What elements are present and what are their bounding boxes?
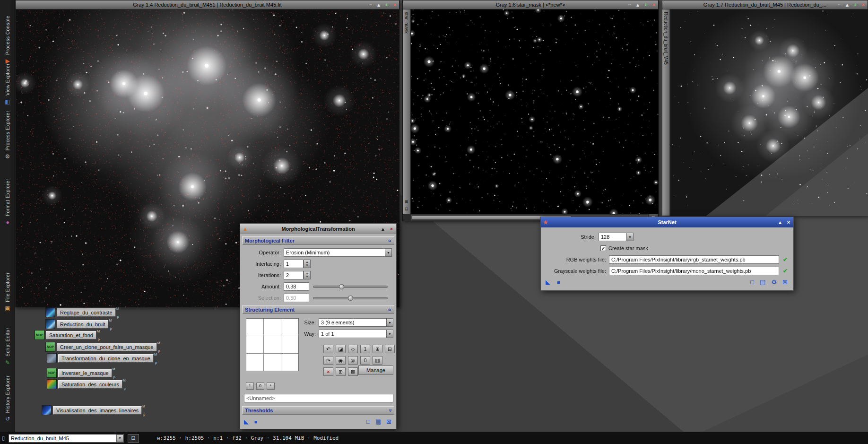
- documentation-icon[interactable]: ▤: [375, 418, 381, 425]
- window-titlebar[interactable]: Gray 1:4 Reduction_du_bruit_M451 | Reduc…: [16, 0, 399, 9]
- stride-select[interactable]: 128 ▼: [599, 233, 634, 241]
- amount-input[interactable]: 0.38: [284, 282, 309, 291]
- dialog-titlebar[interactable]: ★ StarNet ▴ ×: [541, 217, 793, 227]
- operator-select[interactable]: Erosion (Minimum) ▼: [284, 248, 392, 257]
- se-reset-way-icon[interactable]: ⊠: [348, 367, 358, 376]
- se-cell[interactable]: [246, 354, 263, 371]
- dropdown-arrow-icon[interactable]: ▼: [385, 248, 392, 257]
- section-structuring-element[interactable]: Structuring Element «: [242, 305, 394, 314]
- interlacing-input[interactable]: 1: [284, 260, 304, 268]
- edit-preferences-icon[interactable]: ⚙: [771, 279, 777, 286]
- view-selector-tab[interactable]: star_mask ⊞ ⊟: [403, 9, 410, 214]
- se-add-icon[interactable]: ⊞: [373, 345, 382, 353]
- sidebar-item-process-explorer[interactable]: Process Explorer ⚙: [0, 111, 15, 159]
- reset-icon[interactable]: ⊠: [386, 418, 391, 425]
- section-thresholds[interactable]: Thresholds «: [242, 406, 394, 415]
- minimize-icon[interactable]: −: [627, 2, 633, 8]
- sidebar-item-script-editor[interactable]: Script Editor ✎: [0, 328, 15, 366]
- process-icon-creer-un-clone[interactable]: NOP Creer_un_clone_pour_faire_un_masque …: [45, 342, 157, 352]
- iterations-spinner[interactable]: ▲ ▼: [304, 271, 311, 279]
- view-mode-button[interactable]: ⊡: [128, 434, 139, 443]
- reduction-image[interactable]: [670, 9, 868, 216]
- se-cell[interactable]: [281, 354, 298, 371]
- shade-icon[interactable]: ▴: [376, 2, 382, 8]
- dropdown-arrow-icon[interactable]: ▼: [116, 435, 123, 442]
- section-morphological-filter[interactable]: Morphological Filter «: [242, 236, 394, 245]
- process-icon-inverser-le-masque[interactable]: NOP Inverser_le_masque M p: [47, 368, 112, 378]
- se-ring-icon[interactable]: ◎: [348, 356, 358, 365]
- apply-icon[interactable]: ■: [254, 418, 258, 425]
- window-titlebar[interactable]: Gray 1:6 star_mask | <*new*> − ▴ + ×: [403, 0, 658, 9]
- view-tool-icon[interactable]: ⊞: [405, 199, 408, 204]
- way-select[interactable]: 1 of 1 ▼: [319, 330, 393, 338]
- process-icon-reduction-du-bruit[interactable]: Reduction_du_bruit M p: [45, 319, 108, 329]
- minimize-icon[interactable]: −: [836, 2, 842, 8]
- dropdown-arrow-icon[interactable]: ▼: [626, 233, 634, 241]
- shade-icon[interactable]: ▴: [635, 2, 641, 8]
- se-delete-icon[interactable]: ×: [323, 367, 333, 376]
- se-cell[interactable]: [264, 319, 281, 336]
- se-star-button[interactable]: *: [267, 383, 275, 390]
- se-all-zeros-button[interactable]: 0: [256, 383, 264, 390]
- zoom-icon[interactable]: +: [643, 2, 649, 8]
- active-view-selector[interactable]: Reduction_du_bruit_M45 ▼: [9, 434, 124, 443]
- process-icon-transformation-du-clone[interactable]: Transformation_du_clone_en_masque M p: [47, 353, 154, 363]
- se-cell[interactable]: [264, 336, 281, 353]
- process-icon-saturation-des-couleurs[interactable]: Saturation_des_couleurs M p: [47, 379, 122, 389]
- se-cell[interactable]: [246, 336, 263, 353]
- amount-slider-thumb[interactable]: [339, 284, 344, 289]
- reset-icon[interactable]: ⊠: [782, 279, 788, 286]
- create-star-mask-checkbox[interactable]: ✔: [600, 245, 606, 251]
- collapse-chevron-icon[interactable]: «: [387, 308, 393, 311]
- process-icon-saturation-et-fond[interactable]: NOP Saturation_et_fond M p: [35, 330, 96, 340]
- sidebar-item-format-explorer[interactable]: Format Explorer ●: [0, 179, 15, 225]
- interlacing-spinner[interactable]: ▲ ▼: [304, 260, 311, 268]
- shade-icon[interactable]: ▴: [380, 226, 386, 232]
- spin-up-icon[interactable]: ▲: [306, 272, 309, 275]
- view-tool-icon[interactable]: ⊟: [405, 207, 408, 211]
- spin-up-icon[interactable]: ▲: [306, 261, 309, 264]
- spin-down-icon[interactable]: ▼: [306, 275, 309, 279]
- se-pattern-icon[interactable]: ▥: [373, 356, 382, 365]
- se-set-zero-icon[interactable]: 0: [360, 356, 370, 365]
- sidebar-item-view-explorer[interactable]: View Explorer ◧: [0, 63, 15, 104]
- expand-chevron-icon[interactable]: «: [387, 409, 393, 412]
- size-select[interactable]: 3 (9 elements) ▼: [319, 318, 393, 327]
- new-instance-icon[interactable]: ◣: [244, 418, 249, 425]
- sidebar-item-file-explorer[interactable]: File Explorer ▣: [0, 272, 15, 311]
- window-titlebar[interactable]: Gray 1:7 Reduction_du_bruit_M45 | Reduct…: [662, 0, 868, 9]
- close-icon[interactable]: ×: [392, 2, 398, 8]
- se-name-field[interactable]: <Unnamed>: [244, 394, 393, 402]
- sidebar-item-history-explorer[interactable]: History Explorer ↺: [0, 375, 15, 422]
- process-icon-visualisation-images-lineaires[interactable]: Visualisation_des_images_lineaires M p: [42, 405, 142, 415]
- track-view-icon[interactable]: □: [366, 418, 370, 425]
- dialog-titlebar[interactable]: ▲ MorphologicalTransformation ▴ ×: [240, 224, 396, 234]
- sidebar-item-process-console[interactable]: Process Console ▶: [0, 16, 15, 64]
- shade-icon[interactable]: ▴: [777, 220, 783, 225]
- close-icon[interactable]: ×: [860, 2, 866, 8]
- dropdown-arrow-icon[interactable]: ▼: [386, 330, 393, 338]
- apply-icon[interactable]: ■: [557, 279, 560, 286]
- se-add-way-icon[interactable]: ⊞: [336, 367, 346, 376]
- se-circle-icon[interactable]: ◉: [336, 356, 346, 365]
- rgb-weights-input[interactable]: C:/Program Files/PixInsight/library/rgb_…: [609, 255, 779, 264]
- close-icon[interactable]: ×: [651, 2, 657, 8]
- se-cell[interactable]: [281, 336, 298, 353]
- track-view-icon[interactable]: □: [750, 279, 754, 286]
- se-cell[interactable]: [281, 319, 298, 336]
- se-cell[interactable]: [246, 319, 263, 336]
- shade-icon[interactable]: ▴: [844, 2, 850, 8]
- se-set-one-icon[interactable]: 1: [360, 345, 370, 353]
- se-cell[interactable]: [264, 354, 281, 371]
- close-icon[interactable]: ×: [786, 220, 791, 225]
- process-icon-reglage-du-contraste[interactable]: Reglage_du_contraste M p: [45, 307, 116, 317]
- view-selector-tab[interactable]: Reduction_du_bruit_M45: [662, 9, 670, 216]
- dropdown-arrow-icon[interactable]: ▼: [386, 318, 393, 327]
- se-paint-mode-icon[interactable]: ◪: [336, 345, 346, 353]
- new-instance-icon[interactable]: ◣: [546, 279, 550, 286]
- zoom-icon[interactable]: +: [852, 2, 858, 8]
- se-diamond-icon[interactable]: ◇: [348, 345, 358, 353]
- zoom-icon[interactable]: +: [384, 2, 390, 8]
- collapse-chevron-icon[interactable]: «: [387, 239, 393, 242]
- close-icon[interactable]: ×: [389, 226, 394, 232]
